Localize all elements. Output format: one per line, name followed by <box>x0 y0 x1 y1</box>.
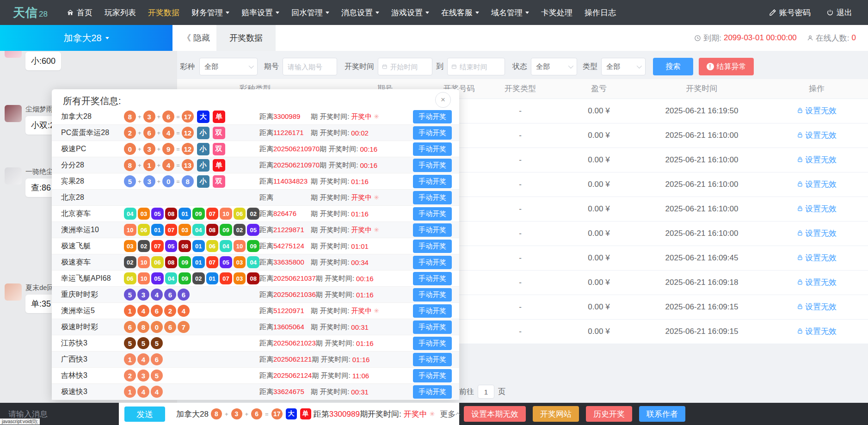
chevron-down-icon <box>276 12 279 14</box>
nav-item-财务管理[interactable]: 财务管理 <box>185 0 235 25</box>
manual-draw-button[interactable]: 手动开奖 <box>413 353 452 366</box>
status-filter-select[interactable]: 全部 <box>531 58 577 75</box>
nav-item-首页[interactable]: 首页 <box>61 0 98 25</box>
result-badge: 大 <box>197 111 209 123</box>
result-badge: 小 <box>197 143 209 155</box>
logout-button[interactable]: 退出 <box>826 0 852 25</box>
manual-draw-button[interactable]: 手动开奖 <box>413 191 452 204</box>
draw-ball: 4 <box>137 386 149 398</box>
set-invalid-link[interactable]: 设置无效 <box>797 228 837 239</box>
type-filter-select[interactable]: 全部 <box>601 58 646 75</box>
nav-item-开奖数据[interactable]: 开奖数据 <box>142 0 185 25</box>
nav-item-消息设置[interactable]: 消息设置 <box>335 0 385 25</box>
manual-draw-button[interactable]: 手动开奖 <box>413 337 452 350</box>
lottery-name: 加拿大28 <box>52 112 124 122</box>
distance-label: 距离 <box>259 193 273 201</box>
manual-draw-button[interactable]: 手动开奖 <box>413 126 452 140</box>
manual-draw-button[interactable]: 手动开奖 <box>413 385 452 399</box>
lottery-selector-button[interactable]: 加拿大28 <box>0 25 172 51</box>
draw-time-value: 00:16 <box>360 161 377 169</box>
manual-draw-button[interactable]: 手动开奖 <box>413 240 452 253</box>
start-time-picker[interactable] <box>378 58 432 75</box>
footer-button-历史开奖[interactable]: 历史开奖 <box>586 406 632 422</box>
account-password-button[interactable]: 账号密码 <box>769 0 811 25</box>
search-button[interactable]: 搜索 <box>653 58 693 75</box>
start-time-input[interactable] <box>390 63 428 71</box>
set-invalid-link[interactable]: 设置无效 <box>797 105 837 116</box>
cell-profit: 0.00 ¥ <box>560 148 638 172</box>
end-time-picker[interactable] <box>447 58 505 75</box>
set-invalid-link[interactable]: 设置无效 <box>797 130 837 141</box>
set-invalid-label: 设置无效 <box>805 154 837 165</box>
lottery-row-加拿大28: 加拿大288+3+6=17大单距离3300989期 开奖时间:开奖中✳手动开奖 <box>52 109 459 125</box>
hide-panel-link[interactable]: 《 隐藏 <box>183 32 210 43</box>
draw-ball: 5 <box>137 337 149 349</box>
draw-time-label: 期 开奖时间: <box>311 258 349 267</box>
manual-draw-button[interactable]: 手动开奖 <box>413 223 452 237</box>
lottery-row-北京28: 北京28距离期 开奖时间:开奖中✳手动开奖 <box>52 190 459 206</box>
nav-item-回水管理[interactable]: 回水管理 <box>285 0 335 25</box>
draw-time-label: 期 开奖时间: <box>311 323 349 332</box>
draw-ball: 4 <box>162 127 174 139</box>
manual-draw-button[interactable]: 手动开奖 <box>413 369 452 382</box>
manual-draw-button[interactable]: 手动开奖 <box>413 288 452 302</box>
avatar[interactable] <box>5 51 22 58</box>
more-toggle[interactable]: 更多 <box>440 409 460 419</box>
set-invalid-link[interactable]: 设置无效 <box>797 302 837 312</box>
manual-draw-button[interactable]: 手动开奖 <box>413 175 452 188</box>
manual-draw-button[interactable]: 手动开奖 <box>413 320 452 334</box>
close-icon[interactable]: × <box>435 92 451 108</box>
manual-draw-button[interactable]: 手动开奖 <box>413 207 452 221</box>
end-time-input[interactable] <box>460 63 501 71</box>
manual-draw-button[interactable]: 手动开奖 <box>413 142 452 156</box>
set-invalid-link[interactable]: 设置无效 <box>797 253 837 263</box>
footer-button-开奖网站[interactable]: 开奖网站 <box>533 406 579 422</box>
avatar[interactable] <box>5 105 22 122</box>
nav-item-玩家列表[interactable]: 玩家列表 <box>98 0 142 25</box>
filter-bar: 彩种 全部 期号 开奖时间 到 状态 全部 <box>177 58 754 75</box>
lottery-name: 宾果28 <box>52 177 124 186</box>
nav-item-游戏设置[interactable]: 游戏设置 <box>385 0 435 25</box>
race-number: 10 <box>234 240 246 252</box>
set-invalid-link[interactable]: 设置无效 <box>797 326 837 337</box>
lottery-filter-select[interactable]: 全部 <box>199 58 258 75</box>
status-bar-link-tip: javascript:void(0); <box>0 419 40 425</box>
page-number-input[interactable] <box>478 385 494 399</box>
draw-ball: 6 <box>151 353 163 365</box>
draw-numbers: 146 <box>124 353 259 365</box>
set-invalid-link[interactable]: 设置无效 <box>797 179 837 190</box>
tab-lottery-data[interactable]: 开奖数据 <box>216 25 276 51</box>
nav-item-在线客服[interactable]: 在线客服 <box>435 0 485 25</box>
account-password-label: 账号密码 <box>779 7 811 18</box>
manual-draw-button[interactable]: 手动开奖 <box>413 110 452 123</box>
draw-ball: 6 <box>124 321 136 333</box>
draw-ball: 1 <box>124 386 136 398</box>
set-invalid-link[interactable]: 设置无效 <box>797 203 837 214</box>
manual-draw-button[interactable]: 手动开奖 <box>413 304 452 318</box>
set-invalid-link[interactable]: 设置无效 <box>797 154 837 165</box>
manual-draw-button[interactable]: 手动开奖 <box>413 159 452 172</box>
set-invalid-link[interactable]: 设置无效 <box>797 277 837 288</box>
settle-abnormal-button[interactable]: ! 结算异常 <box>699 58 754 75</box>
nav-item-卡奖处理[interactable]: 卡奖处理 <box>535 0 579 25</box>
avatar[interactable] <box>5 283 22 301</box>
result-badge: 单 <box>213 159 225 172</box>
nav-item-域名管理[interactable]: 域名管理 <box>485 0 535 25</box>
cell-draw-type: - <box>481 123 560 148</box>
draw-time: 期 开奖时间:00:16 <box>320 161 413 170</box>
send-button[interactable]: 发送 <box>124 407 165 422</box>
manual-draw-button[interactable]: 手动开奖 <box>413 256 452 269</box>
nav-item-赔率设置[interactable]: 赔率设置 <box>235 0 285 25</box>
distance-value: 3300989 <box>273 112 300 120</box>
issue-input[interactable] <box>288 63 332 71</box>
race-number: 06 <box>206 240 219 252</box>
manual-draw-button[interactable]: 手动开奖 <box>413 272 452 285</box>
bottom-bar: 请输入消息 发送 加拿大288+3+6=17大单距第3300989期开奖时间:开… <box>0 403 868 425</box>
distance-value: 13605064 <box>273 323 304 331</box>
footer-button-设置本期无效[interactable]: 设置本期无效 <box>464 406 526 422</box>
nav-item-操作日志[interactable]: 操作日志 <box>579 0 622 25</box>
result-badge: 单 <box>213 111 225 123</box>
avatar[interactable] <box>5 167 22 185</box>
footer-button-联系作者[interactable]: 联系作者 <box>639 406 685 422</box>
exclamation-icon: ! <box>707 63 714 70</box>
